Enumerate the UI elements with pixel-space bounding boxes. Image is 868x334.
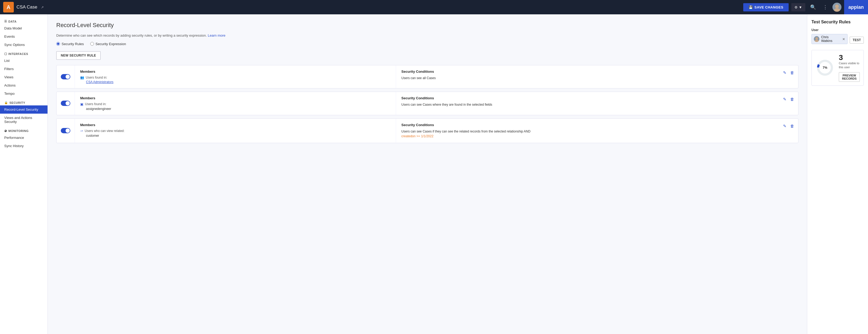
donut-info: 3 Cases visible to this user PREVIEW REC…: [839, 54, 860, 82]
rule-3-conditions: Security Conditions Users can see Cases …: [396, 119, 779, 143]
search-button[interactable]: 🔍: [808, 3, 818, 11]
rule-3-conditions-title: Security Conditions: [401, 123, 774, 127]
rule-1-member-link[interactable]: CSA Administrators: [86, 80, 113, 84]
apps-grid-button[interactable]: ⋮: [821, 3, 830, 11]
rule-1-conditions: Security Conditions Users can see all Ca…: [396, 65, 779, 88]
rule-1-member-link-container: CSA Administrators: [80, 80, 391, 84]
donut-chart-container: 7% 3 Cases visible to this user PREVIEW …: [811, 50, 864, 86]
rule-2-conditions: Security Conditions Users can see Cases …: [396, 92, 779, 115]
rule-2-members: Members ▣ Users found in: assignedengine…: [75, 92, 396, 115]
rule-3-conditions-text: Users can see Cases if they can see the …: [401, 129, 774, 139]
rule-1-member-detail: 👥 Users found in:: [80, 76, 391, 80]
sidebar-item-sync-history[interactable]: Sync History: [0, 142, 48, 150]
rule-1-edit-button[interactable]: ✎: [782, 69, 787, 76]
donut-chart: 7%: [815, 58, 835, 77]
rule-2-toggle[interactable]: [61, 101, 70, 106]
rule-2-delete-button[interactable]: 🗑: [789, 96, 795, 102]
sidebar-item-filters[interactable]: Filters: [0, 65, 48, 73]
rule-3-toggle-container: [57, 119, 75, 143]
rule-3-members-title: Members: [80, 123, 391, 127]
gear-settings-button[interactable]: ⚙ ▼: [791, 3, 805, 11]
security-type-radio-group: Security Rules Security Expression: [56, 42, 799, 46]
radio-security-expression-label[interactable]: Security Expression: [90, 42, 126, 46]
table-icon: ▣: [80, 102, 83, 106]
sidebar-item-events[interactable]: Events: [0, 32, 48, 41]
rule-3-member-value: customer: [86, 134, 99, 138]
sidebar-item-data-model[interactable]: Data Model: [0, 24, 48, 32]
rule-2-conditions-text: Users can see Cases where they are found…: [401, 102, 774, 107]
rule-3-edit-button[interactable]: ✎: [782, 123, 787, 129]
rule-3-highlight-date: createdon >= 1/1/2022: [401, 134, 433, 138]
page-description: Determine who can see which records by a…: [56, 33, 799, 38]
rule-1-conditions-text: Users can see all Cases: [401, 76, 774, 81]
sidebar-item-list[interactable]: List: [0, 57, 48, 65]
lock-icon: 🔒: [4, 101, 8, 104]
external-link-icon[interactable]: ↗: [41, 5, 44, 9]
rule-1-delete-button[interactable]: 🗑: [789, 69, 795, 76]
sidebar-item-performance[interactable]: Performance: [0, 133, 48, 142]
save-label: SAVE CHANGES: [754, 5, 783, 9]
rule-3-member-value-container: customer: [80, 133, 391, 138]
donut-count: 3: [839, 54, 860, 61]
user-chip-avatar: [814, 36, 819, 42]
rule-1-toggle-container: [57, 65, 75, 88]
sidebar-item-record-level-security[interactable]: Record-Level Security: [0, 105, 48, 114]
sidebar-item-views-actions-security[interactable]: Views and Actions Security: [0, 114, 48, 126]
new-security-rule-button[interactable]: NEW SECURITY RULE: [56, 51, 101, 60]
sidebar-item-tempo[interactable]: Tempo: [0, 89, 48, 98]
test-button[interactable]: TEST: [850, 37, 864, 43]
rule-3-action-buttons: ✎ 🗑: [779, 119, 798, 143]
rule-2-action-buttons: ✎ 🗑: [779, 92, 798, 115]
user-chip-close-button[interactable]: ✕: [842, 37, 845, 41]
rule-2-member-value: assignedengineer: [86, 107, 111, 111]
page-title: Record-Level Security: [56, 22, 799, 29]
interfaces-section-header: ▢ INTERFACES: [0, 49, 48, 57]
learn-more-link[interactable]: Learn more: [208, 33, 225, 37]
topnav: A CSA Case ↗ 💾 SAVE CHANGES ⚙ ▼ 🔍 ⋮ appi…: [0, 0, 868, 14]
user-chip-name: Chris Watkins: [821, 35, 840, 43]
save-changes-button[interactable]: 💾 SAVE CHANGES: [743, 3, 789, 11]
chip-avatar-image: [814, 36, 819, 42]
svg-point-1: [834, 8, 840, 12]
preview-records-button[interactable]: PREVIEW RECORDS: [839, 72, 860, 82]
avatar-image: [832, 3, 841, 12]
sidebar: ☰ DATA Data Model Events Sync Options ▢ …: [0, 14, 48, 334]
rule-2-member-detail: ▣ Users found in:: [80, 102, 391, 106]
rule-3-members: Members ⇀ Users who can view related: cu…: [75, 119, 396, 143]
logo-letter: A: [7, 4, 10, 10]
monitoring-icon: ◕: [4, 129, 7, 132]
security-section-header: 🔒 SECURITY: [0, 98, 48, 105]
rule-2-member-value-container: assignedengineer: [80, 107, 391, 111]
save-icon: 💾: [749, 5, 753, 9]
main-content: Record-Level Security Determine who can …: [48, 14, 807, 334]
app-logo: A: [3, 2, 14, 12]
appian-branding: appian: [844, 0, 868, 14]
rule-2-edit-button[interactable]: ✎: [782, 96, 787, 102]
user-label: User: [811, 28, 864, 32]
app-title: CSA Case: [17, 4, 37, 10]
rule-card-1: Members 👥 Users found in: CSA Administra…: [56, 65, 799, 88]
rule-1-toggle[interactable]: [61, 74, 70, 80]
svg-point-0: [835, 4, 839, 8]
rule-card-2: Members ▣ Users found in: assignedengine…: [56, 92, 799, 115]
app-layout: ☰ DATA Data Model Events Sync Options ▢ …: [0, 14, 868, 334]
gear-icon: ⚙: [795, 5, 798, 9]
rule-3-toggle[interactable]: [61, 128, 70, 133]
radio-security-rules[interactable]: [56, 42, 60, 45]
rule-3-member-detail: ⇀ Users who can view related:: [80, 129, 391, 133]
sidebar-item-actions[interactable]: Actions: [0, 81, 48, 89]
gear-dropdown-icon: ▼: [799, 5, 802, 9]
user-avatar[interactable]: [832, 3, 841, 12]
interfaces-icon: ▢: [4, 52, 7, 56]
sidebar-item-views[interactable]: Views: [0, 73, 48, 81]
rule-1-members: Members 👥 Users found in: CSA Administra…: [75, 65, 396, 88]
radio-security-rules-label[interactable]: Security Rules: [56, 42, 84, 46]
rule-3-delete-button[interactable]: 🗑: [789, 123, 795, 129]
radio-security-expression[interactable]: [90, 42, 94, 45]
sidebar-item-sync-options[interactable]: Sync Options: [0, 41, 48, 49]
svg-point-3: [815, 40, 819, 42]
rule-2-toggle-container: [57, 92, 75, 115]
panel-title: Test Security Rules: [811, 20, 864, 24]
donut-percentage-text: 7%: [823, 66, 827, 69]
svg-point-2: [815, 37, 818, 40]
